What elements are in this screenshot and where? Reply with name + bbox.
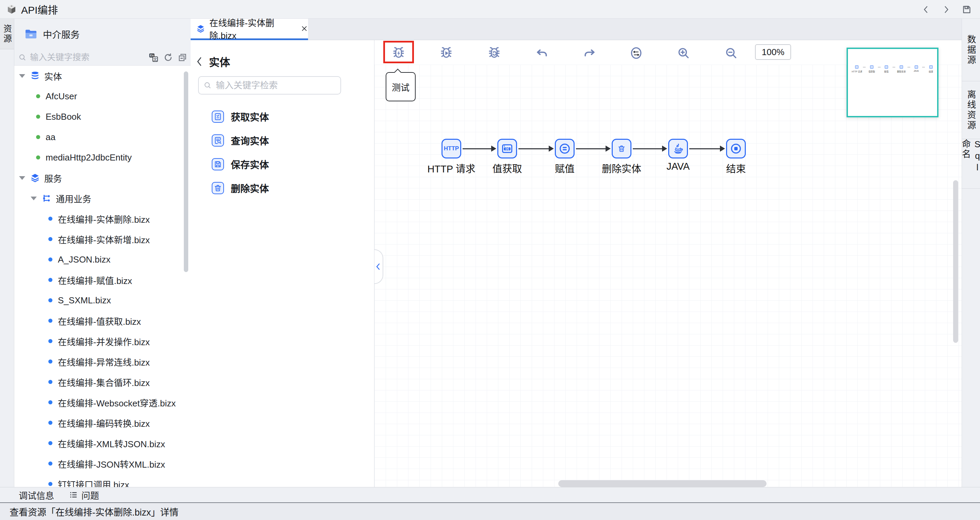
tree-item-bizx-file[interactable]: A_JSON.bizx	[14, 249, 191, 270]
debug-bar: 调试信息 问题	[0, 487, 980, 502]
tree-item-label: 在线编排-集合循环.bizx	[58, 376, 150, 388]
right-tab-1[interactable]: 数据源	[962, 19, 980, 81]
status-dot	[36, 155, 40, 160]
bizx-layers-icon	[196, 24, 205, 33]
status-dot	[48, 400, 52, 404]
tree-item-bizx-file[interactable]: 在线编排-集合循环.bizx	[14, 372, 191, 392]
flow-canvas[interactable]: 100% 测试 HTTPHTTP 请求(x)值获取赋值删除实体JAVA结束 HT…	[374, 40, 962, 487]
status-text: 查看资源「在线编排-实体删除.bizx」详情	[10, 505, 179, 518]
problems-tab[interactable]: 问题	[69, 489, 99, 501]
highlight-red-box	[383, 41, 414, 63]
minimap-node-label: 值获取	[869, 70, 875, 73]
flow-node-value-get[interactable]: (x)	[497, 139, 517, 159]
flow-node-java[interactable]	[668, 139, 688, 159]
tree-item-bizx-file[interactable]: 在线编排-JSON转XML.bizx	[14, 453, 191, 474]
zoom-out-icon[interactable]	[724, 46, 739, 60]
flow-connector	[519, 148, 549, 149]
tree-item-label: A_JSON.bizx	[58, 254, 111, 265]
status-dot	[48, 217, 52, 221]
caret-down-icon[interactable]	[19, 176, 25, 180]
palette-search-input[interactable]	[216, 80, 336, 91]
minimap-flow: HTTP 请求值获取赋值删除实体JAVA结束	[851, 65, 937, 73]
tree-item-entity[interactable]: aa	[14, 127, 191, 147]
zoom-level[interactable]: 100%	[755, 44, 791, 60]
status-dot	[48, 441, 52, 445]
caret-down-icon[interactable]	[19, 74, 25, 78]
debug-restart-icon[interactable]	[487, 46, 502, 60]
tree-item-bizx-file[interactable]: 在线编排-实体新增.bizx	[14, 229, 191, 249]
tree-item-bizx-file[interactable]: 在线编排-值获取.bizx	[14, 311, 191, 331]
canvas-horizontal-scrollbar[interactable]	[558, 480, 767, 487]
action-label: 保存实体	[231, 157, 269, 171]
canvas-vertical-scrollbar[interactable]	[953, 180, 958, 343]
zoom-in-icon[interactable]	[676, 46, 691, 60]
tab-active[interactable]: 在线编排-实体删除.bizx	[191, 19, 308, 40]
tree-item-bizx-file[interactable]: 在线编排-Websocket穿透.bizx	[14, 392, 191, 412]
flow-node-end[interactable]	[726, 139, 746, 159]
palette-search-box	[198, 76, 341, 95]
svg-text:(x): (x)	[506, 147, 509, 150]
resources-tab[interactable]: 资源	[0, 19, 14, 49]
left-activity-strip: 资源	[0, 19, 14, 487]
tab-close-icon[interactable]	[301, 25, 308, 32]
flow-node-http[interactable]: HTTP	[441, 139, 461, 159]
folder-icon	[24, 29, 37, 40]
resource-tree: 实体AfcUserEsbBookaamediaHttp2JdbcEntity服务…	[14, 66, 191, 487]
tree-item-bizx-file[interactable]: 在线编排-异常连线.bizx	[14, 351, 191, 372]
palette-action-doc-check[interactable]: 获取实体	[212, 107, 355, 127]
minimap[interactable]: HTTP 请求值获取赋值删除实体JAVA结束	[846, 48, 939, 117]
status-dot	[48, 339, 52, 343]
right-tab-3[interactable]: 命名Sql	[962, 139, 980, 189]
redo-icon[interactable]	[582, 46, 597, 60]
tree-item-label: 钉钉接口调用.bizx	[58, 478, 129, 487]
translate-icon[interactable]: En文	[148, 52, 159, 63]
tree-item-bizx-file[interactable]: 在线编排-并发操作.bizx	[14, 331, 191, 351]
svg-text:文: 文	[153, 57, 157, 61]
palette-action-doc-search[interactable]: 查询实体	[212, 131, 355, 150]
tree-item-entity[interactable]: mediaHttp2JdbcEntity	[14, 147, 191, 168]
minimap-node: 赋值	[881, 65, 893, 73]
undo-icon[interactable]	[535, 46, 549, 60]
caret-down-icon[interactable]	[31, 197, 37, 200]
refresh-icon[interactable]	[163, 53, 173, 62]
sidebar-search-input[interactable]	[30, 52, 148, 62]
panel-collapse-handle[interactable]	[374, 249, 383, 284]
tree-item-bizx-file[interactable]: 在线编排-XML转JSON.bizx	[14, 433, 191, 453]
tree-group-service[interactable]: 服务	[14, 168, 191, 188]
right-tab-2[interactable]: 离线资源	[962, 81, 980, 139]
app-logo-icon	[6, 4, 17, 14]
status-dot	[48, 257, 52, 262]
palette-action-save[interactable]: 保存实体	[212, 154, 355, 174]
save-icon[interactable]	[961, 4, 972, 15]
swap-direction-icon[interactable]	[629, 46, 644, 60]
tree-item-bizx-file[interactable]: S_SXML.bizx	[14, 290, 191, 311]
palette-action-trash[interactable]: 删除实体	[212, 178, 355, 198]
tree-group-entity[interactable]: 实体	[14, 66, 191, 86]
status-dot	[36, 135, 40, 139]
tab-title: 在线编排-实体删除.bizx	[209, 16, 295, 41]
tree-item-bizx-file[interactable]: 在线编排-赋值.bizx	[14, 270, 191, 290]
debug-run-icon[interactable]	[439, 46, 454, 60]
flow-connector	[633, 148, 662, 149]
status-dot	[48, 482, 52, 486]
flow-node-assign[interactable]	[555, 139, 574, 159]
tree-item-bizx-file[interactable]: 在线编排-实体删除.bizx	[14, 208, 191, 229]
tree-item-bizx-file[interactable]: 在线编排-编码转换.bizx	[14, 412, 191, 433]
status-dot	[48, 237, 52, 241]
assign-icon	[558, 143, 571, 155]
nav-back-icon[interactable]	[920, 4, 932, 15]
tree-item-entity[interactable]: EsbBook	[14, 106, 191, 127]
minimap-node-label: JAVA	[914, 70, 919, 73]
collapse-panels-icon[interactable]	[178, 53, 187, 62]
minimap-connector	[922, 67, 925, 67]
nav-forward-icon[interactable]	[940, 4, 952, 15]
debug-info-tab[interactable]: 调试信息	[19, 489, 54, 501]
flow-node-trash[interactable]	[612, 139, 632, 159]
tree-scrollbar[interactable]	[184, 71, 188, 272]
tree-group-common-business[interactable]: 通用业务	[14, 188, 191, 208]
minimap-connector	[907, 67, 910, 67]
tree-item-entity[interactable]: AfcUser	[14, 86, 191, 106]
back-chevron-icon[interactable]	[196, 57, 204, 67]
minimap-node-box	[870, 65, 873, 69]
tree-item-bizx-file[interactable]: 钉钉接口调用.bizx	[14, 474, 191, 487]
